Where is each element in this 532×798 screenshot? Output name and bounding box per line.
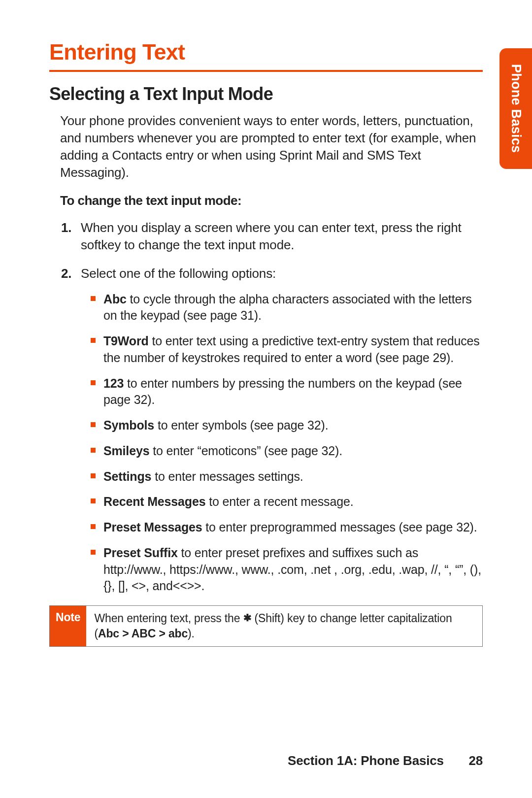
option-item: Abc to cycle through the alpha character… [103, 291, 483, 325]
note-body: When entering text, press the ✱ (Shift) … [86, 606, 482, 646]
option-item: Preset Messages to enter preprogrammed m… [103, 519, 483, 536]
option-item: Symbols to enter symbols (see page 32). [103, 417, 483, 434]
page-footer: Section 1A: Phone Basics 28 [288, 753, 483, 768]
option-lead: 123 [103, 376, 124, 390]
option-rest: to enter numbers by pressing the numbers… [103, 376, 462, 407]
square-bullet-icon [91, 296, 96, 301]
option-rest: to enter “emoticons” (see page 32). [149, 444, 342, 458]
note-box: Note When entering text, press the ✱ (Sh… [49, 605, 483, 647]
option-rest: to enter preprogrammed messages (see pag… [202, 520, 477, 534]
square-bullet-icon [91, 499, 96, 503]
square-bullet-icon [91, 524, 96, 529]
section-side-tab: Phone Basics [499, 48, 532, 169]
option-lead: Smileys [103, 444, 149, 458]
note-text-pre: When entering text, press the [94, 612, 243, 625]
square-bullet-icon [91, 473, 96, 478]
note-bold-seq: Abc > ABC > abc [98, 627, 188, 640]
square-bullet-icon [91, 550, 96, 555]
option-item: Settings to enter messages settings. [103, 468, 483, 485]
step-item: 2. Select one of the following options: … [81, 265, 483, 595]
option-lead: Settings [103, 469, 151, 483]
side-tab-label: Phone Basics [508, 64, 524, 153]
step-number: 1. [61, 219, 71, 236]
option-lead: Preset Suffix [103, 546, 178, 560]
title-rule [49, 70, 483, 72]
option-item: Smileys to enter “emoticons” (see page 3… [103, 443, 483, 460]
option-rest: to cycle through the alpha characters as… [103, 292, 472, 323]
step-item: 1. When you display a screen where you c… [81, 219, 483, 254]
option-item: Recent Messages to enter a recent messag… [103, 494, 483, 510]
procedure-steps: 1. When you display a screen where you c… [49, 219, 483, 595]
option-lead: Abc [103, 292, 127, 306]
square-bullet-icon [91, 422, 96, 427]
option-rest: to enter messages settings. [151, 469, 303, 483]
option-lead: Symbols [103, 418, 154, 432]
option-rest: to enter a recent message. [205, 495, 353, 508]
option-item: T9Word to enter text using a predictive … [103, 333, 483, 366]
option-rest: to enter text using a predictive text-en… [103, 334, 480, 365]
square-bullet-icon [91, 338, 96, 343]
step-number: 2. [61, 265, 71, 282]
page-title: Entering Text [49, 39, 483, 65]
note-label: Note [50, 606, 86, 646]
step-text: When you display a screen where you can … [81, 220, 462, 252]
procedure-heading: To change the text input mode: [49, 193, 483, 208]
footer-page-number: 28 [447, 753, 483, 768]
square-bullet-icon [91, 380, 96, 385]
option-item: 123 to enter numbers by pressing the num… [103, 375, 483, 409]
options-list: Abc to cycle through the alpha character… [81, 291, 483, 595]
option-lead: Preset Messages [103, 520, 202, 534]
option-item: Preset Suffix to enter preset prefixes a… [103, 545, 483, 595]
option-rest: to enter symbols (see page 32). [154, 418, 328, 432]
document-page: Phone Basics Entering Text Selecting a T… [0, 0, 532, 798]
intro-paragraph: Your phone provides convenient ways to e… [49, 112, 483, 181]
section-subtitle: Selecting a Text Input Mode [49, 84, 483, 104]
option-lead: T9Word [103, 334, 149, 348]
square-bullet-icon [91, 448, 96, 453]
option-lead: Recent Messages [103, 495, 205, 508]
footer-section: Section 1A: Phone Basics [288, 753, 444, 768]
step-text: Select one of the following options: [81, 266, 276, 281]
note-text-post: ). [188, 627, 195, 640]
star-icon: ✱ [243, 612, 252, 623]
